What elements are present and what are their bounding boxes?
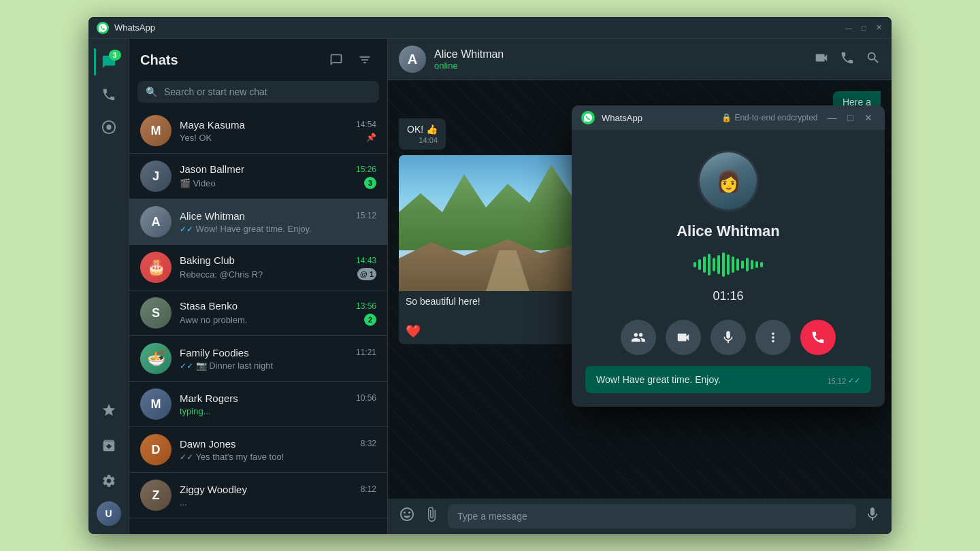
left-nav: 3 bbox=[88, 39, 129, 534]
badge-baking: @ 1 bbox=[357, 268, 376, 280]
wave-bar-4 bbox=[708, 254, 710, 276]
chat-time-alice: 15:12 bbox=[356, 211, 376, 220]
chat-name-dawn: Dawn Jones bbox=[180, 438, 236, 450]
close-button[interactable]: ✕ bbox=[874, 23, 883, 33]
video-call-header-button[interactable] bbox=[814, 50, 829, 69]
emoji-button[interactable] bbox=[399, 506, 415, 527]
search-chat-button[interactable] bbox=[866, 50, 881, 69]
message-input-bar bbox=[388, 499, 892, 534]
call-avatar: 👩 bbox=[698, 150, 759, 212]
call-minimize-button[interactable]: — bbox=[825, 111, 840, 124]
chats-badge: 3 bbox=[109, 50, 121, 61]
call-message-text: Wow! Have great time. Enjoy. bbox=[596, 374, 721, 385]
call-avatar-image: 👩 bbox=[700, 152, 757, 210]
chat-time-maya: 14:54 bbox=[356, 120, 376, 129]
chat-name-stasa: Stasa Benko bbox=[180, 300, 238, 312]
chat-preview-alice: ✓✓ Wow! Have great time. Enjoy. bbox=[180, 224, 376, 234]
message-ok-text: OK! 👍 bbox=[407, 124, 438, 135]
nav-status-icon[interactable] bbox=[94, 112, 124, 142]
chat-item-dawn[interactable]: D Dawn Jones 8:32 ✓✓ Yes that's my fave … bbox=[129, 427, 387, 473]
chat-item-maya[interactable]: M Maya Kasuma 14:54 Yes! OK 📌 bbox=[129, 108, 387, 154]
chat-bottom-dawn: ✓✓ Yes that's my fave too! bbox=[180, 452, 376, 462]
chat-item-family[interactable]: 🍜 Family Foodies 11:21 ✓✓ 📷 Dinner last … bbox=[129, 336, 387, 382]
chat-preview-baking: Rebecca: @Chris R? bbox=[180, 269, 353, 280]
avatar-mark-text: M bbox=[151, 397, 161, 412]
wave-bar-7 bbox=[722, 252, 725, 277]
call-participants-button[interactable] bbox=[621, 320, 656, 355]
wave-bar-14 bbox=[755, 261, 758, 268]
chat-bottom-mark: typing... bbox=[180, 406, 376, 416]
chat-time-dawn: 8:32 bbox=[361, 439, 376, 448]
avatar-jason: J bbox=[140, 161, 172, 192]
chat-header-name: Alice Whitman bbox=[434, 48, 814, 61]
nav-calls-icon[interactable] bbox=[94, 80, 124, 110]
chat-name-ziggy: Ziggy Woodley bbox=[180, 484, 247, 495]
call-mute-button[interactable] bbox=[710, 320, 746, 355]
message-input[interactable] bbox=[448, 504, 856, 529]
chat-header-avatar[interactable]: A bbox=[399, 46, 426, 73]
chat-item-jason[interactable]: J Jason Ballmer 15:26 🎬 Video 3 bbox=[129, 154, 387, 199]
new-chat-button[interactable] bbox=[325, 48, 348, 71]
chat-item-ziggy[interactable]: Z Ziggy Woodley 8:12 ... bbox=[129, 473, 387, 518]
avatar-stasa: S bbox=[140, 297, 172, 329]
avatar-dawn: D bbox=[140, 434, 172, 465]
chat-item-baking[interactable]: 🎂 Baking Club 14:43 Rebecca: @Chris R? @… bbox=[129, 245, 387, 290]
chat-top-jason: Jason Ballmer 15:26 bbox=[180, 163, 376, 175]
search-input[interactable] bbox=[164, 86, 371, 97]
badge-jason: 3 bbox=[364, 177, 376, 189]
maximize-button[interactable]: □ bbox=[859, 23, 868, 33]
chat-info-jason: Jason Ballmer 15:26 🎬 Video 3 bbox=[180, 163, 376, 189]
wave-bar-15 bbox=[760, 262, 763, 267]
wave-bar-9 bbox=[732, 256, 734, 273]
chat-name-mark: Mark Rogers bbox=[180, 393, 238, 404]
nav-chats-icon[interactable]: 3 bbox=[94, 47, 124, 77]
chat-name-alice: Alice Whitman bbox=[180, 210, 245, 222]
chat-top-baking: Baking Club 14:43 bbox=[180, 254, 376, 266]
wave-bar-8 bbox=[727, 254, 730, 275]
sidebar-header: Chats bbox=[129, 39, 387, 78]
chat-top-family: Family Foodies 11:21 bbox=[180, 347, 376, 358]
wave-bar-11 bbox=[741, 261, 744, 269]
app-logo bbox=[97, 22, 109, 34]
nav-profile-avatar[interactable]: U bbox=[97, 501, 121, 526]
chat-bottom-alice: ✓✓ Wow! Have great time. Enjoy. bbox=[180, 224, 376, 234]
wave-bar-1 bbox=[693, 262, 696, 267]
chat-top-stasa: Stasa Benko 13:56 bbox=[180, 300, 376, 312]
call-video-button[interactable] bbox=[666, 320, 701, 355]
avatar-maya: M bbox=[140, 115, 172, 146]
filter-button[interactable] bbox=[353, 48, 376, 71]
mic-button[interactable] bbox=[864, 506, 881, 527]
chat-preview-mark: typing... bbox=[180, 406, 376, 416]
chat-time-mark: 10:56 bbox=[356, 393, 376, 403]
chat-preview-ziggy: ... bbox=[180, 497, 376, 507]
chat-item-stasa[interactable]: S Stasa Benko 13:56 Aww no problem. 2 bbox=[129, 290, 387, 336]
call-message-bubble: Wow! Have great time. Enjoy. 15:12 ✓✓ bbox=[585, 366, 871, 393]
chat-name-jason: Jason Ballmer bbox=[180, 163, 244, 175]
chat-info-baking: Baking Club 14:43 Rebecca: @Chris R? @ 1 bbox=[180, 254, 376, 280]
chat-top-dawn: Dawn Jones 8:32 bbox=[180, 438, 376, 450]
voice-call-header-button[interactable] bbox=[840, 50, 855, 69]
nav-bottom: U bbox=[94, 394, 124, 527]
nav-archived-icon[interactable] bbox=[94, 431, 124, 461]
badge-stasa: 2 bbox=[364, 314, 376, 326]
nav-active-indicator bbox=[94, 48, 96, 76]
call-maximize-button[interactable]: □ bbox=[845, 111, 856, 124]
call-close-button[interactable]: ✕ bbox=[862, 111, 875, 124]
window-controls: — □ ✕ bbox=[844, 23, 883, 33]
chat-bottom-maya: Yes! OK 📌 bbox=[180, 133, 376, 143]
chat-header-actions bbox=[814, 50, 881, 69]
chat-item-alice[interactable]: A Alice Whitman 15:12 ✓✓ Wow! Have great… bbox=[129, 199, 387, 245]
call-more-button[interactable] bbox=[755, 320, 791, 355]
attach-button[interactable] bbox=[423, 506, 440, 527]
chat-list: M Maya Kasuma 14:54 Yes! OK 📌 bbox=[129, 108, 387, 534]
call-end-button[interactable] bbox=[800, 320, 836, 355]
chat-bottom-baking: Rebecca: @Chris R? @ 1 bbox=[180, 268, 376, 280]
call-overlay-window-controls: — □ ✕ bbox=[825, 111, 875, 124]
chat-item-mark[interactable]: M Mark Rogers 10:56 typing... bbox=[129, 382, 387, 427]
nav-settings-icon[interactable] bbox=[94, 466, 124, 496]
call-action-buttons bbox=[621, 320, 836, 355]
minimize-button[interactable]: — bbox=[844, 23, 853, 33]
wave-bar-10 bbox=[736, 258, 739, 271]
nav-starred-icon[interactable] bbox=[94, 395, 124, 425]
chat-top-maya: Maya Kasuma 14:54 bbox=[180, 119, 376, 131]
